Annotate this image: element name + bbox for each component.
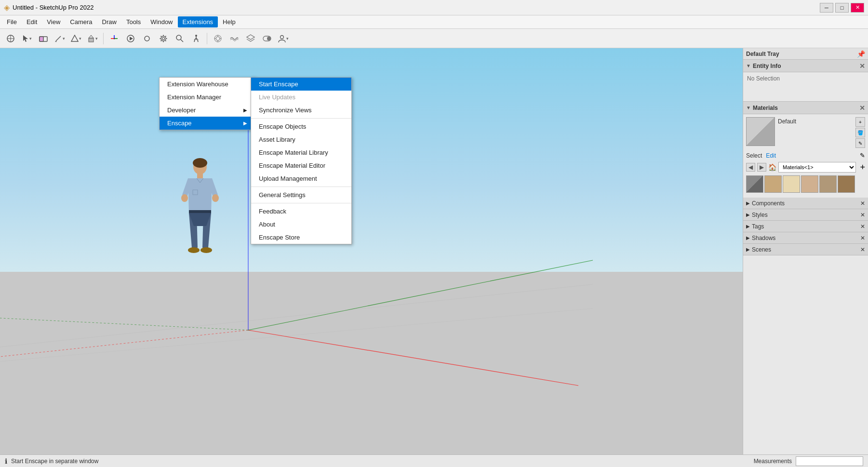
info-icon: ℹ bbox=[5, 457, 7, 465]
shapes-dropdown-arrow[interactable]: ▾ bbox=[79, 36, 82, 41]
material-swatch[interactable] bbox=[819, 175, 837, 193]
default-tray-label: Default Tray bbox=[746, 51, 779, 57]
maximize-button[interactable]: □ bbox=[835, 3, 849, 13]
material-name-label: Default bbox=[778, 117, 853, 126]
components-panel[interactable]: ▶ Components ✕ bbox=[743, 198, 868, 209]
material-swatch[interactable] bbox=[801, 175, 818, 193]
pencil-dropdown-arrow[interactable]: ▾ bbox=[62, 36, 66, 41]
enscape-live-button[interactable] bbox=[123, 31, 138, 46]
materials-home-icon[interactable]: 🏠 bbox=[768, 163, 776, 171]
materials-forward-arrow[interactable]: ▶ bbox=[757, 163, 766, 172]
close-button[interactable]: ✕ bbox=[851, 3, 864, 13]
enscape-settings-button[interactable] bbox=[156, 31, 171, 46]
select-dropdown-arrow[interactable]: ▾ bbox=[29, 36, 32, 41]
materials-close-button[interactable]: ✕ bbox=[859, 104, 865, 112]
menu-view[interactable]: View bbox=[42, 16, 65, 27]
svg-rect-5 bbox=[40, 37, 43, 41]
ext-warehouse-item[interactable]: Extension Warehouse bbox=[160, 78, 255, 91]
title-controls[interactable]: ─ □ ✕ bbox=[820, 3, 864, 13]
waves-button[interactable] bbox=[227, 31, 242, 46]
enscape-store-item[interactable]: Enscape Store bbox=[251, 231, 351, 244]
eraser-button[interactable] bbox=[36, 31, 51, 46]
select-label[interactable]: Select bbox=[746, 152, 762, 159]
menu-help[interactable]: Help bbox=[218, 16, 240, 27]
material-swatch[interactable] bbox=[838, 175, 855, 193]
svg-marker-7 bbox=[55, 41, 57, 42]
edit-label[interactable]: Edit bbox=[766, 152, 776, 159]
canvas-area[interactable]: Extension Warehouse Extension Manager De… bbox=[0, 48, 743, 454]
styles-panel[interactable]: ▶ Styles ✕ bbox=[743, 209, 868, 221]
material-info: Default bbox=[778, 117, 853, 126]
enscape-render-button[interactable] bbox=[210, 31, 226, 46]
shadows-panel[interactable]: ▶ Shadows ✕ bbox=[743, 232, 868, 244]
enscape-material-lib-item[interactable]: Enscape Material Library bbox=[251, 146, 351, 159]
entity-info-collapse-icon[interactable]: ▼ bbox=[746, 63, 751, 68]
push-pull-dropdown-arrow[interactable]: ▾ bbox=[95, 36, 98, 41]
materials-grid: Default + 🪣 ✎ bbox=[746, 117, 865, 148]
tags-panel[interactable]: ▶ Tags ✕ bbox=[743, 221, 868, 232]
menu-tools[interactable]: Tools bbox=[121, 16, 146, 27]
enscape-upload-item[interactable]: Upload Management bbox=[251, 172, 351, 185]
ext-manager-item[interactable]: Extension Manager bbox=[160, 91, 255, 104]
select-tool-button[interactable]: ▾ bbox=[19, 31, 35, 46]
minimize-button[interactable]: ─ bbox=[820, 3, 833, 13]
svg-point-45 bbox=[181, 194, 188, 202]
enscape-objects-item[interactable]: Enscape Objects bbox=[251, 120, 351, 133]
menu-edit[interactable]: Edit bbox=[22, 16, 42, 27]
components-close-icon[interactable]: ✕ bbox=[860, 200, 865, 207]
materials-collapse-icon[interactable]: ▼ bbox=[746, 105, 751, 110]
shapes-button[interactable]: ▾ bbox=[68, 31, 84, 46]
scenes-close-icon[interactable]: ✕ bbox=[860, 246, 865, 253]
menu-camera[interactable]: Camera bbox=[65, 16, 97, 27]
enscape-general-settings-item[interactable]: General Settings bbox=[251, 188, 351, 201]
enscape-asset-library-item[interactable]: Asset Library bbox=[251, 133, 351, 146]
search-button[interactable] bbox=[172, 31, 187, 46]
status-bar: ℹ Start Enscape in separate window Measu… bbox=[0, 454, 868, 467]
axes-button[interactable] bbox=[107, 31, 122, 46]
styles-close-icon[interactable]: ✕ bbox=[860, 212, 865, 218]
menu-draw[interactable]: Draw bbox=[97, 16, 121, 27]
account-button[interactable]: ▾ bbox=[276, 31, 291, 46]
enscape-feedback-item[interactable]: Feedback bbox=[251, 205, 351, 218]
materials-back-arrow[interactable]: ◀ bbox=[746, 163, 755, 172]
material-fill-button[interactable]: 🪣 bbox=[855, 128, 865, 137]
account-dropdown-arrow[interactable]: ▾ bbox=[286, 36, 289, 41]
pencil-button[interactable]: ▾ bbox=[52, 31, 67, 46]
enscape-sync-button[interactable] bbox=[139, 31, 155, 46]
svg-point-18 bbox=[176, 35, 181, 40]
materials-dropdown[interactable]: Materials<1> bbox=[778, 162, 856, 173]
walk-button[interactable] bbox=[188, 31, 204, 46]
measurements-input[interactable] bbox=[796, 456, 863, 466]
menu-extensions[interactable]: Extensions bbox=[178, 16, 218, 27]
svg-point-17 bbox=[162, 37, 165, 40]
materials-add-icon[interactable]: + bbox=[860, 162, 865, 173]
ext-developer-item[interactable]: Developer ▶ bbox=[160, 104, 255, 117]
tray-pin-icon[interactable]: 📌 bbox=[857, 50, 865, 58]
tags-close-icon[interactable]: ✕ bbox=[860, 223, 865, 230]
menu-file[interactable]: File bbox=[2, 16, 22, 27]
material-edit-btn[interactable]: ✎ bbox=[855, 138, 865, 148]
toggle-button[interactable] bbox=[259, 31, 275, 46]
push-pull-button[interactable]: ▾ bbox=[85, 31, 100, 46]
enscape-sync-views-item[interactable]: Synchronize Views bbox=[251, 104, 351, 117]
material-add-button[interactable]: + bbox=[855, 117, 865, 127]
shadows-close-icon[interactable]: ✕ bbox=[860, 235, 865, 241]
status-message: Start Enscape in separate window bbox=[11, 458, 98, 465]
material-swatch[interactable] bbox=[783, 175, 800, 193]
entity-info-close-button[interactable]: ✕ bbox=[859, 62, 865, 70]
material-swatches bbox=[746, 175, 865, 195]
enscape-material-editor-item[interactable]: Enscape Material Editor bbox=[251, 159, 351, 172]
enscape-start-item[interactable]: Start Enscape bbox=[251, 78, 351, 91]
svg-point-48 bbox=[200, 247, 212, 253]
material-swatch[interactable] bbox=[746, 175, 763, 193]
enscape-about-item[interactable]: About bbox=[251, 218, 351, 231]
material-swatch[interactable] bbox=[764, 175, 782, 193]
layers-button[interactable] bbox=[243, 31, 258, 46]
zoom-extents-button[interactable] bbox=[3, 31, 18, 46]
scenes-panel[interactable]: ▶ Scenes ✕ bbox=[743, 244, 868, 255]
svg-line-6 bbox=[56, 36, 61, 41]
menu-window[interactable]: Window bbox=[146, 16, 177, 27]
entity-info-header: ▼ Entity Info ✕ bbox=[743, 60, 868, 72]
ext-enscape-item[interactable]: Enscape ▶ bbox=[160, 117, 255, 130]
pencil-edit-icon[interactable]: ✎ bbox=[860, 152, 865, 159]
